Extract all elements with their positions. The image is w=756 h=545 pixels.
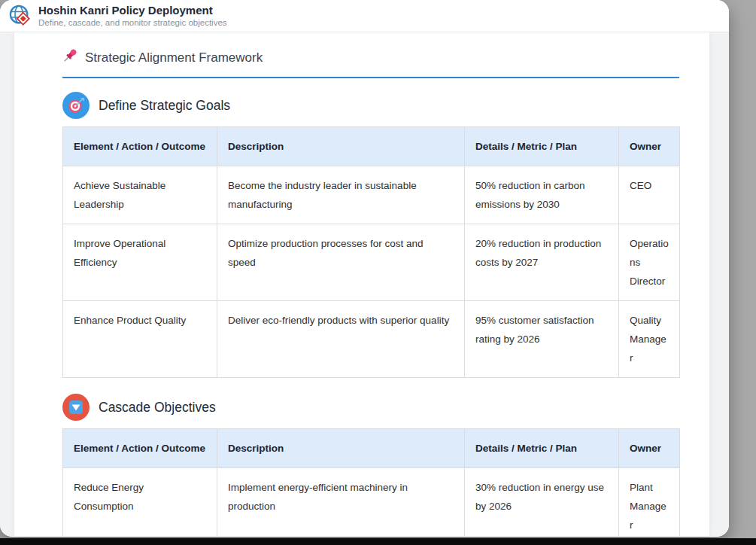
app-title: Hoshin Kanri Policy Deployment [38,4,227,17]
table-cell: 50% reduction in carbon emissions by 203… [465,166,619,224]
table-cell: Optimize production processes for cost a… [217,224,465,301]
table-header-row: Element / Action / OutcomeDescriptionDet… [63,127,680,166]
table-cell: Operations Director [619,224,680,301]
app-header-titles: Hoshin Kanri Policy Deployment Define, c… [38,4,227,28]
table-cell: Improve Operational Efficiency [63,224,217,301]
cascade-objectives-table: Element / Action / OutcomeDescriptionDet… [62,428,680,536]
table-row: Improve Operational EfficiencyOptimize p… [63,224,680,301]
table-cell: 30% reduction in energy use by 2026 [465,468,619,537]
down-triangle-icon [62,394,90,421]
content-card: Strategic Alignment Framework [14,32,709,536]
table-cell: Implement energy-efficient machinery in … [217,468,465,537]
screen-bottom-edge [0,538,756,545]
define-goals-table: Element / Action / OutcomeDescriptionDet… [62,126,680,378]
table-row: Achieve Sustainable LeadershipBecome the… [63,166,680,224]
column-header: Description [217,429,465,468]
table-cell: Quality Manager [619,301,680,378]
column-header: Details / Metric / Plan [465,429,619,468]
column-header: Owner [619,127,680,166]
table-cell: Achieve Sustainable Leadership [63,166,217,224]
column-header: Details / Metric / Plan [465,127,619,166]
app-logo-icon [9,5,32,27]
table-cell: Plant Manager [619,468,680,537]
column-header: Description [217,127,465,166]
table-header-row: Element / Action / OutcomeDescriptionDet… [63,429,680,468]
app-header: Hoshin Kanri Policy Deployment Define, c… [0,0,729,32]
table-cell: Reduce Energy Consumption [63,468,217,537]
heading-divider [62,77,679,78]
table-cell: 20% reduction in production costs by 202… [465,224,619,301]
section-define-strategic-goals: Define Strategic Goals Element / Action … [62,92,679,378]
section-title: Define Strategic Goals [99,98,230,114]
main-heading-text: Strategic Alignment Framework [85,50,263,65]
app-window: Hoshin Kanri Policy Deployment Define, c… [0,0,729,537]
table-cell: 95% customer satisfaction rating by 2026 [465,301,619,378]
section-cascade-objectives: Cascade Objectives Element / Action / Ou… [62,394,679,536]
column-header: Element / Action / Outcome [63,127,217,166]
table-cell: Enhance Product Quality [63,301,217,378]
table-cell: Become the industry leader in sustainabl… [217,166,465,224]
pushpin-icon [62,48,77,67]
table-cell: Deliver eco-friendly products with super… [217,301,465,378]
app-subtitle: Define, cascade, and monitor strategic o… [38,18,227,28]
table-cell: CEO [619,166,680,224]
target-icon [62,92,90,119]
column-header: Owner [619,429,680,468]
column-header: Element / Action / Outcome [63,429,217,468]
table-row: Reduce Energy ConsumptionImplement energ… [63,468,680,537]
table-row: Enhance Product QualityDeliver eco-frien… [63,301,680,378]
main-heading: Strategic Alignment Framework [62,32,679,67]
section-title: Cascade Objectives [99,400,216,416]
page-scroll-area[interactable]: Strategic Alignment Framework [0,32,729,536]
